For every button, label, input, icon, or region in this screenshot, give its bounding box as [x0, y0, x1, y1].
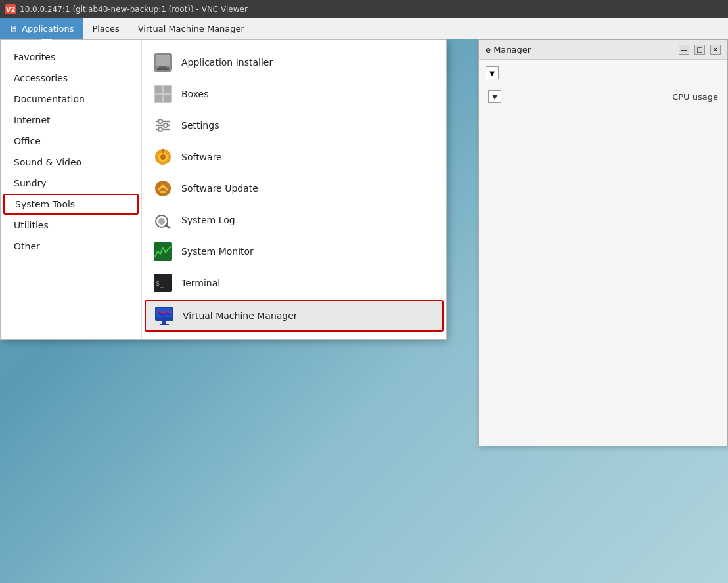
app-icon-vmm [154, 305, 175, 326]
close-button[interactable]: ✕ [710, 45, 721, 55]
app-label-system-monitor: System Monitor [181, 246, 254, 257]
svg-line-23 [166, 225, 170, 228]
svg-point-13 [164, 123, 168, 127]
category-documentation-label: Documentation [14, 94, 85, 104]
app-item-software[interactable]: Software [142, 141, 446, 173]
vmm-menu-label: Virtual Machine Manager [138, 24, 244, 33]
places-label: Places [92, 24, 119, 33]
category-internet-label: Internet [14, 115, 51, 125]
svg-rect-7 [155, 95, 162, 102]
desktop: e Manager — □ ✕ ▼ ▼ CPU usage Favorites [0, 39, 728, 583]
app-label-terminal: Terminal [181, 278, 220, 288]
svg-rect-5 [155, 86, 162, 93]
app-item-software-update[interactable]: Software Update [142, 173, 446, 204]
menu-places[interactable]: Places [83, 18, 128, 39]
app-label-software: Software [181, 152, 222, 162]
svg-rect-8 [164, 95, 171, 102]
app-label-settings: Settings [181, 120, 219, 131]
bg-window-titlebar: e Manager — □ ✕ [479, 40, 727, 60]
menu-apps: Application Installer Boxes [142, 40, 446, 339]
app-icon-settings [152, 115, 173, 136]
app-menu: Favorites Accessories Documentation Inte… [0, 39, 447, 340]
app-icon-terminal: $_ [152, 272, 173, 293]
category-sound-video[interactable]: Sound & Video [1, 152, 141, 173]
svg-rect-20 [160, 191, 166, 193]
app-item-boxes[interactable]: Boxes [142, 78, 446, 110]
svg-rect-29 [162, 321, 166, 324]
app-label-boxes: Boxes [181, 89, 209, 99]
svg-rect-6 [164, 86, 171, 93]
app-label-system-log: System Log [181, 215, 235, 225]
svg-text:$_: $_ [156, 280, 164, 288]
app-icon-software [152, 146, 173, 167]
bg-window-body: ▼ ▼ CPU usage [479, 60, 727, 114]
dropdown-arrow[interactable]: ▼ [486, 66, 499, 79]
svg-rect-1 [156, 55, 170, 66]
menu-bar: 🖥 Applications Places Virtual Machine Ma… [0, 18, 728, 39]
app-item-settings[interactable]: Settings [142, 110, 446, 141]
category-system-tools[interactable]: System Tools [3, 194, 139, 215]
svg-point-14 [158, 127, 162, 131]
category-other-label: Other [14, 241, 40, 251]
category-documentation[interactable]: Documentation [1, 89, 141, 110]
applications-icon: 🖥 [9, 24, 18, 34]
category-office[interactable]: Office [1, 131, 141, 152]
svg-point-12 [158, 119, 162, 123]
category-utilities[interactable]: Utilities [1, 215, 141, 236]
bg-window-dropdown: ▼ [486, 66, 721, 79]
app-icon-application-installer [152, 52, 173, 73]
app-item-virtual-machine-manager[interactable]: Virtual Machine Manager [145, 300, 444, 332]
category-office-label: Office [14, 136, 41, 146]
app-label-application-installer: Application Installer [181, 57, 273, 68]
menu-virtual-machine-manager[interactable]: Virtual Machine Manager [129, 18, 254, 39]
menu-caret [41, 39, 52, 40]
app-icon-boxes [152, 83, 173, 104]
app-item-system-log[interactable]: System Log [142, 204, 446, 236]
app-item-terminal[interactable]: $_ Terminal [142, 267, 446, 299]
app-icon-system-monitor [152, 241, 173, 262]
svg-point-17 [160, 154, 166, 160]
row-dropdown-arrow[interactable]: ▼ [488, 90, 501, 103]
title-bar-text: 10.0.0.247:1 (gitlab40-new-backup:1 (roo… [20, 5, 248, 14]
title-bar: V2 10.0.0.247:1 (gitlab40-new-backup:1 (… [0, 0, 728, 18]
category-other[interactable]: Other [1, 236, 141, 257]
cpu-usage-label: CPU usage [672, 92, 718, 102]
category-favorites[interactable]: Favorites [1, 47, 141, 68]
app-item-system-monitor[interactable]: System Monitor [142, 236, 446, 267]
category-favorites-label: Favorites [14, 52, 55, 62]
category-sundry-label: Sundry [14, 178, 47, 188]
app-item-application-installer[interactable]: Application Installer [142, 47, 446, 78]
maximize-button[interactable]: □ [694, 45, 705, 55]
bg-window-title-text: e Manager [486, 45, 531, 54]
menu-categories: Favorites Accessories Documentation Inte… [1, 40, 142, 339]
svg-rect-30 [160, 324, 169, 325]
app-label-vmm: Virtual Machine Manager [183, 311, 298, 321]
app-label-software-update: Software Update [181, 183, 258, 194]
svg-point-22 [158, 218, 165, 225]
window-controls: — □ ✕ [679, 45, 721, 55]
category-accessories[interactable]: Accessories [1, 68, 141, 89]
applications-label: Applications [22, 24, 74, 33]
category-sundry[interactable]: Sundry [1, 173, 141, 194]
category-utilities-label: Utilities [14, 220, 49, 230]
category-sound-video-label: Sound & Video [14, 157, 81, 167]
svg-rect-24 [154, 242, 172, 261]
category-system-tools-label: System Tools [15, 199, 75, 209]
menu-applications[interactable]: 🖥 Applications [0, 18, 83, 39]
svg-rect-3 [157, 68, 169, 70]
vnc-icon: V2 [5, 4, 16, 14]
app-icon-software-update [152, 178, 173, 199]
category-accessories-label: Accessories [14, 73, 68, 83]
svg-rect-18 [162, 149, 164, 153]
minimize-button[interactable]: — [679, 45, 689, 55]
category-internet[interactable]: Internet [1, 110, 141, 131]
bg-window-cpu-row: ▼ CPU usage [486, 86, 721, 107]
app-icon-system-log [152, 209, 173, 230]
background-window: e Manager — □ ✕ ▼ ▼ CPU usage [478, 39, 728, 446]
